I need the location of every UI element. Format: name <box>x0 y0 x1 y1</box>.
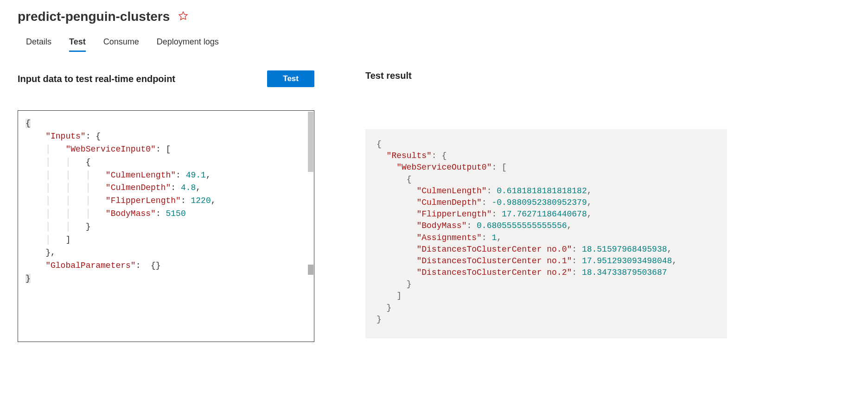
input-json-editor[interactable]: { "Inputs": { │ "WebServiceInput0": [ │ … <box>18 110 314 342</box>
result-val-bodymass: 0.6805555555555556 <box>477 221 567 230</box>
result-key-flipperlength: "FlipperLength" <box>416 209 491 219</box>
input-section-heading: Input data to test real-time endpoint <box>18 74 175 84</box>
result-key-culmenlength: "CulmenLength" <box>416 186 486 196</box>
test-button[interactable]: Test <box>267 70 314 87</box>
result-key-culmendepth: "CulmenDepth" <box>416 198 481 207</box>
result-val-flipperlength: 17.76271186440678 <box>502 209 587 219</box>
json-key-culmenlength: "CulmenLength" <box>106 171 176 180</box>
tab-consume[interactable]: Consume <box>103 37 139 52</box>
tab-test[interactable]: Test <box>69 37 86 52</box>
page-title: predict-penguin-clusters <box>18 9 170 24</box>
result-val-culmendepth: -0.9880952380952379 <box>491 198 587 207</box>
tab-details[interactable]: Details <box>26 37 51 52</box>
result-key-assignments: "Assignments" <box>416 233 481 242</box>
json-key-culmendepth: "CulmenDepth" <box>106 183 171 192</box>
result-key-results: "Results" <box>387 151 432 160</box>
result-key-webserviceoutput0: "WebServiceOutput0" <box>396 163 491 172</box>
star-outline-icon[interactable] <box>178 11 188 23</box>
json-val-culmenlength: 49.1 <box>186 171 206 180</box>
result-val-culmenlength: 0.6181818181818182 <box>497 186 587 196</box>
json-key-inputs: "Inputs" <box>45 132 85 141</box>
result-key-distance1: "DistancesToClusterCenter no.1" <box>416 256 572 266</box>
result-val-assignments: 1 <box>491 233 497 242</box>
scrollbar-thumb[interactable] <box>308 112 313 172</box>
scrollbar-marker <box>308 265 313 275</box>
json-key-globalparameters: "GlobalParameters" <box>45 261 135 270</box>
json-val-flipperlength: 1220 <box>191 196 211 205</box>
result-key-distance0: "DistancesToClusterCenter no.0" <box>416 245 572 254</box>
editor-scrollbar[interactable] <box>308 112 313 341</box>
result-key-distance2: "DistancesToClusterCenter no.2" <box>416 268 572 277</box>
json-val-culmendepth: 4.8 <box>181 183 196 192</box>
tab-bar: Details Test Consume Deployment logs <box>0 24 868 52</box>
result-section-heading: Test result <box>365 70 727 81</box>
json-key-bodymass: "BodyMass" <box>106 209 156 218</box>
result-val-distance0: 18.51597968495938 <box>582 245 667 254</box>
result-val-distance1: 17.951293093498048 <box>582 256 672 266</box>
json-key-flipperlength: "FlipperLength" <box>106 196 181 205</box>
tab-deployment-logs[interactable]: Deployment logs <box>157 37 219 52</box>
test-result-output: { "Results": { "WebServiceOutput0": [ { … <box>365 129 727 338</box>
result-val-distance2: 18.34733879503687 <box>582 268 667 277</box>
json-key-webserviceinput0: "WebServiceInput0" <box>65 145 155 154</box>
result-key-bodymass: "BodyMass" <box>416 221 466 230</box>
json-val-bodymass: 5150 <box>166 209 185 218</box>
